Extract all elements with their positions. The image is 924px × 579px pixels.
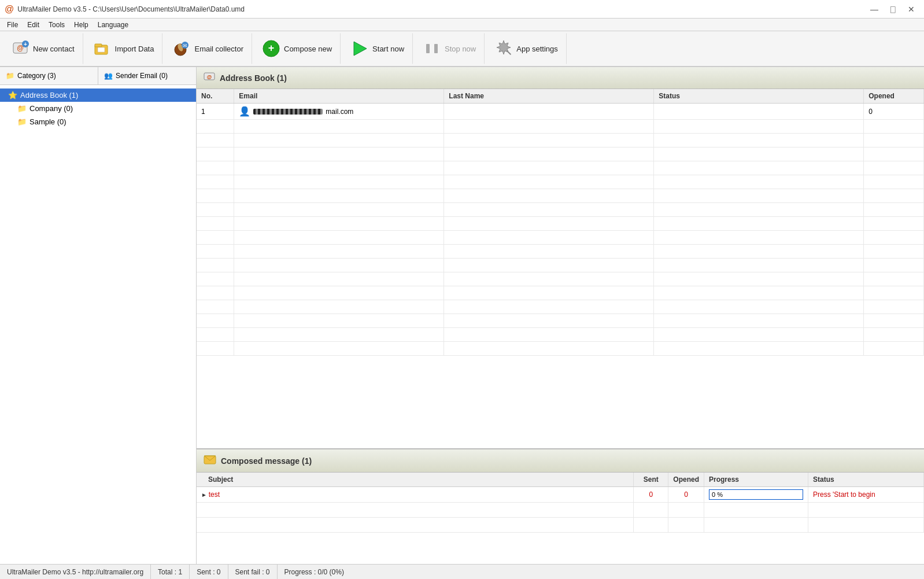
tree-item-sample[interactable]: 📁 Sample (0) xyxy=(0,115,196,128)
app-icon: @ xyxy=(5,4,14,14)
composed-row[interactable] xyxy=(197,503,924,518)
tree-item-company[interactable]: 📁 Company (0) xyxy=(0,102,196,115)
stop-now-label: Stop now xyxy=(445,45,476,53)
composed-table-container: Subject Sent Opened Progress Status ► te… xyxy=(197,473,924,564)
table-row[interactable] xyxy=(197,231,924,245)
composed-row-opened: 0 xyxy=(668,487,704,503)
table-row[interactable] xyxy=(197,217,924,231)
new-contact-label: New contact xyxy=(33,45,75,53)
composed-title: Composed message (1) xyxy=(221,456,312,466)
row-email: 👤 mail.com xyxy=(234,104,444,120)
table-row[interactable] xyxy=(197,272,924,286)
email-collector-icon: ✉ xyxy=(172,39,191,58)
svg-rect-14 xyxy=(426,44,430,53)
email-collector-button[interactable]: ✉ Email collector xyxy=(164,33,252,64)
menu-file[interactable]: File xyxy=(2,20,23,30)
table-row[interactable] xyxy=(197,120,924,134)
status-progress-label: Progress : 0/0 (0%) xyxy=(284,568,344,576)
table-row[interactable] xyxy=(197,134,924,147)
minimize-button[interactable]: — xyxy=(866,3,882,15)
svg-rect-5 xyxy=(95,44,102,47)
table-row[interactable] xyxy=(197,245,924,259)
sample-label: Sample (0) xyxy=(29,117,66,126)
address-book-header: @ Address Book (1) xyxy=(197,67,924,89)
col-header-status: Status xyxy=(654,89,864,104)
category-icon: 📁 xyxy=(6,72,14,80)
stop-now-icon xyxy=(423,39,441,58)
compose-new-button[interactable]: + Compose new xyxy=(253,33,341,64)
row-status xyxy=(654,104,864,120)
composed-header: Composed message (1) xyxy=(197,449,924,473)
status-bar: UltraMailer Demo v3.5 - http://ultramail… xyxy=(0,564,924,579)
table-row[interactable] xyxy=(197,300,924,314)
menu-bar: File Edit Tools Help Language xyxy=(0,19,924,31)
compose-new-icon: + xyxy=(262,39,280,58)
company-icon: 📁 xyxy=(17,104,27,113)
menu-tools[interactable]: Tools xyxy=(44,20,69,30)
composed-section: Composed message (1) Subject Sent Opened… xyxy=(197,448,924,564)
col-header-lastname: Last Name xyxy=(444,89,654,104)
app-settings-label: App settings xyxy=(516,45,558,53)
maximize-button[interactable]: ⎕ xyxy=(885,3,901,15)
new-contact-icon: @ + xyxy=(11,39,29,58)
sent-value: 0 xyxy=(649,491,653,499)
composed-table: Subject Sent Opened Progress Status ► te… xyxy=(197,473,924,533)
address-book-title: Address Book (1) xyxy=(220,73,287,83)
status-app-label: UltraMailer Demo v3.5 - http://ultramail… xyxy=(7,568,143,576)
tree-item-address-book[interactable]: ⭐ Address Book (1) xyxy=(0,88,196,102)
table-row[interactable] xyxy=(197,147,924,161)
start-now-button[interactable]: Start now xyxy=(342,33,413,64)
table-row[interactable] xyxy=(197,189,924,203)
svg-text:+: + xyxy=(24,41,27,47)
composed-row-sent: 0 xyxy=(634,487,668,503)
import-data-label: Import Data xyxy=(115,45,154,53)
opened-value: 0 xyxy=(684,491,688,499)
start-now-icon xyxy=(350,39,369,58)
title-bar: @ UltraMailer Demo v3.5 - C:\Users\User\… xyxy=(0,0,924,19)
stop-now-button[interactable]: Stop now xyxy=(414,33,485,64)
table-row[interactable] xyxy=(197,286,924,300)
table-row[interactable] xyxy=(197,161,924,175)
table-row[interactable] xyxy=(197,328,924,342)
status-progress: Progress : 0/0 (0%) xyxy=(278,565,351,579)
svg-rect-6 xyxy=(98,47,105,52)
status-sent: Sent : 0 xyxy=(190,565,228,579)
svg-text:✉: ✉ xyxy=(183,43,187,49)
col-header-email: Email xyxy=(234,89,444,104)
email-suffix: mail.com xyxy=(326,108,353,116)
address-book-icon: ⭐ xyxy=(8,91,17,99)
sidebar-tab-sender-email[interactable]: 👥 Sender Email (0) xyxy=(98,67,196,84)
table-row[interactable] xyxy=(197,203,924,217)
address-book-table: No. Email Last Name Status Opened 1 👤 xyxy=(197,89,924,356)
col-header-opened: Opened xyxy=(864,89,924,104)
sender-label: Sender Email (0) xyxy=(116,72,168,80)
toolbar: @ + New contact Import Data ✉ xyxy=(0,31,924,67)
menu-language[interactable]: Language xyxy=(93,20,133,30)
start-now-label: Start now xyxy=(372,45,404,53)
col-header-subject: Subject xyxy=(197,473,634,487)
address-book-table-container: No. Email Last Name Status Opened 1 👤 xyxy=(197,89,924,448)
menu-help[interactable]: Help xyxy=(69,20,93,30)
table-row[interactable] xyxy=(197,175,924,189)
new-contact-button[interactable]: @ + New contact xyxy=(2,33,83,64)
table-row[interactable] xyxy=(197,314,924,328)
col-header-status: Status xyxy=(808,473,924,487)
import-data-button[interactable]: Import Data xyxy=(84,33,163,64)
app-settings-button[interactable]: App settings xyxy=(486,33,567,64)
main-container: 📁 Category (3) 👥 Sender Email (0) ⭐ Addr… xyxy=(0,67,924,564)
composed-row-status: Press 'Start to begin xyxy=(808,487,924,503)
contact-avatar-icon: 👤 xyxy=(239,106,250,117)
sidebar-tree: ⭐ Address Book (1) 📁 Company (0) 📁 Sampl… xyxy=(0,85,196,564)
table-row[interactable] xyxy=(197,342,924,356)
menu-edit[interactable]: Edit xyxy=(23,20,44,30)
status-label: Press 'Start to begin xyxy=(813,491,875,499)
progress-bar: 0 % xyxy=(709,489,803,500)
composed-row[interactable] xyxy=(197,518,924,533)
sidebar: 📁 Category (3) 👥 Sender Email (0) ⭐ Addr… xyxy=(0,67,197,564)
close-button[interactable]: ✕ xyxy=(903,3,919,15)
table-row[interactable]: 1 👤 mail.com 0 xyxy=(197,104,924,120)
composed-row[interactable]: ► test 0 0 0 % xyxy=(197,487,924,503)
row-opened: 0 xyxy=(864,104,924,120)
table-row[interactable] xyxy=(197,259,924,272)
sidebar-tab-category[interactable]: 📁 Category (3) xyxy=(0,67,98,84)
